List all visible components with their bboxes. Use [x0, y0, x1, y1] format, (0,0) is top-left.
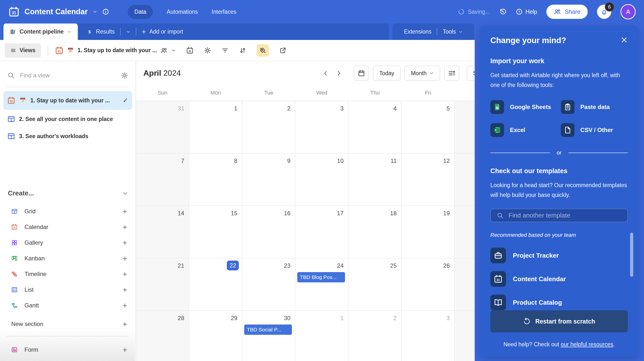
template-item-project-tracker[interactable]: Project Tracker: [490, 248, 628, 263]
calendar-day-cell[interactable]: [454, 101, 475, 153]
plus-icon[interactable]: +: [122, 320, 127, 328]
create-item-kanban[interactable]: Kanban+: [0, 250, 136, 266]
calendar-day-cell[interactable]: 26: [402, 258, 454, 310]
chevron-down-icon[interactable]: [122, 191, 128, 196]
panel-scrollbar[interactable]: [630, 233, 633, 277]
see-records-button[interactable]: See records: [466, 66, 475, 81]
chevron-down-icon[interactable]: [92, 9, 98, 14]
calendar-day-cell[interactable]: 4: [348, 101, 402, 153]
views-button[interactable]: Views: [5, 43, 41, 58]
plus-icon[interactable]: +: [122, 239, 127, 247]
calendar-day-cell[interactable]: 19: [402, 206, 454, 258]
calendar-day-cell[interactable]: 3: [295, 101, 348, 153]
import-tool-excel[interactable]: XExcel: [490, 123, 561, 137]
calendar-day-cell[interactable]: 22: [189, 258, 242, 310]
calendar-day-cell[interactable]: 7: [136, 154, 189, 205]
nav-tab-interfaces[interactable]: Interfaces: [212, 9, 236, 15]
info-icon[interactable]: [102, 8, 109, 15]
create-item-list[interactable]: List+: [0, 282, 136, 297]
create-item-gallery[interactable]: Gallery+: [0, 235, 136, 250]
template-search-input[interactable]: [508, 211, 622, 219]
calendar-day-cell[interactable]: 1: [295, 311, 348, 361]
gear-icon[interactable]: [204, 47, 211, 54]
extensions-button[interactable]: Extensions: [404, 29, 432, 35]
table-tab-results[interactable]: $ Results: [86, 29, 115, 35]
calendar-day-cell[interactable]: 9: [242, 154, 295, 205]
calendar-day-cell[interactable]: 1: [189, 101, 242, 153]
avatar[interactable]: A: [620, 4, 636, 19]
current-view-name[interactable]: 31 17 1. Stay up to date with your ...: [55, 46, 176, 55]
plus-icon[interactable]: +: [122, 223, 127, 231]
chevron-right-icon[interactable]: [336, 70, 342, 76]
calendar-day-cell[interactable]: 18: [348, 206, 402, 258]
today-button[interactable]: Today: [373, 66, 400, 81]
tools-button[interactable]: Tools: [443, 29, 456, 35]
create-item-calendar[interactable]: 31Calendar+: [0, 219, 136, 235]
plus-icon[interactable]: +: [122, 301, 127, 309]
color-button-highlighted[interactable]: [257, 44, 269, 57]
template-item-content-calendar[interactable]: 31Content Calendar: [490, 271, 628, 287]
history-icon[interactable]: [499, 8, 506, 16]
new-section-row[interactable]: New section +: [0, 317, 136, 331]
calendar-day-cell[interactable]: 10: [295, 154, 348, 205]
calendar-day-cell[interactable]: 11: [348, 154, 402, 205]
nav-tab-automations[interactable]: Automations: [167, 9, 198, 15]
calendar-day-cell[interactable]: 31: [136, 101, 189, 153]
import-tool-paste-data[interactable]: Paste data: [561, 100, 628, 114]
template-search[interactable]: [490, 209, 628, 222]
calendar-event[interactable]: TBD Social P...: [244, 324, 292, 335]
find-view-input[interactable]: [20, 72, 116, 79]
calendar-day-cell[interactable]: 8: [189, 154, 242, 205]
helpful-resources-link[interactable]: our helpful resources: [560, 341, 613, 347]
restart-from-scratch-button[interactable]: Restart from scratch: [490, 310, 628, 332]
table-tab-content-pipeline[interactable]: Content pipeline: [4, 24, 78, 40]
chevron-down-icon[interactable]: [67, 30, 72, 34]
sidebar-view-item-3[interactable]: 3. See author's workloads: [4, 128, 132, 144]
create-item-gantt[interactable]: Gantt+: [0, 297, 136, 313]
calendar-day-cell[interactable]: 30TBD Social P...: [242, 311, 295, 361]
plus-icon[interactable]: +: [122, 346, 127, 354]
notifications-button[interactable]: 6: [597, 5, 611, 19]
filter-icon[interactable]: [222, 47, 229, 54]
chevron-down-icon[interactable]: [126, 30, 130, 34]
calendar-day-cell[interactable]: 17: [295, 206, 348, 258]
calendar-day-cell[interactable]: 29: [189, 311, 242, 361]
base-calendar-31-icon[interactable]: 31: [8, 6, 20, 18]
open-external-icon[interactable]: [279, 47, 286, 54]
calendar-event[interactable]: TBD Blog Pos...: [297, 272, 345, 282]
import-tool-csv-other[interactable]: CSV / Other: [561, 123, 628, 137]
help-button[interactable]: ? Help: [516, 8, 537, 15]
import-tool-google-sheets[interactable]: Google Sheets: [490, 100, 561, 114]
chevron-down-icon[interactable]: [458, 30, 463, 34]
date-settings-icon[interactable]: 31: [186, 47, 194, 54]
calendar-picker-button[interactable]: [354, 66, 369, 81]
calendar-day-cell[interactable]: [454, 154, 475, 205]
calendar-day-cell[interactable]: 12: [402, 154, 454, 205]
plus-icon[interactable]: +: [122, 286, 127, 294]
share-button[interactable]: Share: [546, 5, 588, 19]
find-view-search[interactable]: [7, 68, 128, 83]
collaborators-icon[interactable]: [160, 47, 168, 54]
sidebar-view-item-2[interactable]: 2. See all your content in one place: [4, 111, 132, 127]
calendar-day-cell[interactable]: [454, 258, 475, 310]
calendar-day-cell[interactable]: 25: [348, 258, 402, 310]
calendar-day-cell[interactable]: 28: [136, 311, 189, 361]
chevron-down-icon[interactable]: [171, 48, 176, 53]
calendar-day-cell[interactable]: [454, 311, 475, 361]
base-title[interactable]: Content Calendar: [24, 7, 88, 16]
chevron-left-icon[interactable]: [322, 70, 329, 76]
sort-icon[interactable]: [239, 47, 246, 54]
plus-icon[interactable]: +: [122, 207, 127, 215]
create-item-form[interactable]: Form +: [0, 342, 136, 357]
create-item-timeline[interactable]: Timeline+: [0, 266, 136, 282]
row-height-button[interactable]: [444, 66, 459, 81]
plus-icon[interactable]: +: [122, 270, 127, 278]
calendar-day-cell[interactable]: 21: [136, 258, 189, 310]
sidebar-view-item-1[interactable]: 31171. Stay up to date with your ...✓: [4, 91, 132, 110]
calendar-day-cell[interactable]: 2: [348, 311, 402, 361]
calendar-day-cell[interactable]: 5: [402, 101, 454, 153]
calendar-day-cell[interactable]: 15: [189, 206, 242, 258]
calendar-day-cell[interactable]: [454, 206, 475, 258]
template-item-product-catalog[interactable]: Product Catalog: [490, 295, 628, 310]
create-item-grid[interactable]: Grid+: [0, 204, 136, 219]
